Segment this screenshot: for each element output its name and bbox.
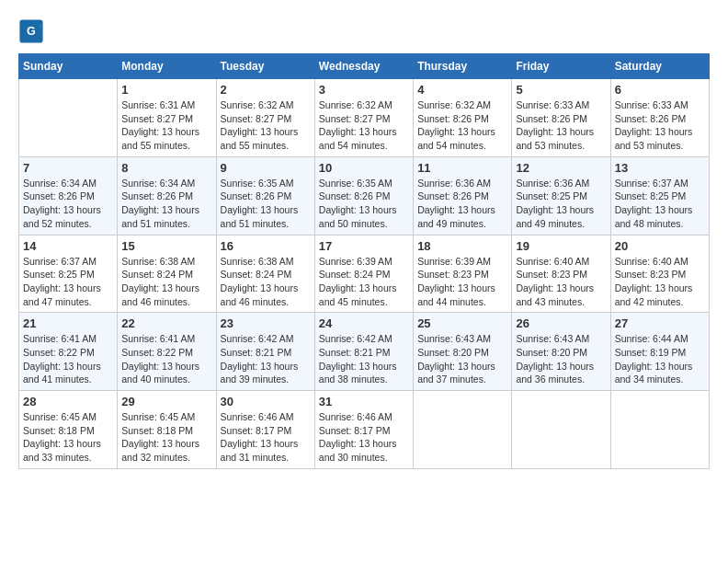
day-number: 7	[23, 161, 113, 175]
calendar-week-row: 14Sunrise: 6:37 AMSunset: 8:25 PMDayligh…	[19, 235, 710, 313]
day-header-sunday: Sunday	[19, 54, 118, 79]
calendar-body: 1Sunrise: 6:31 AMSunset: 8:27 PMDaylight…	[19, 79, 710, 469]
day-info: Sunrise: 6:46 AMSunset: 8:17 PMDaylight:…	[221, 410, 311, 465]
day-info: Sunrise: 6:39 AMSunset: 8:24 PMDaylight:…	[319, 255, 409, 309]
logo: G	[18, 18, 48, 44]
day-number: 19	[516, 239, 606, 253]
day-info: Sunrise: 6:43 AMSunset: 8:20 PMDaylight:…	[417, 332, 507, 386]
day-number: 18	[417, 239, 507, 253]
day-number: 5	[516, 83, 606, 97]
day-header-thursday: Thursday	[414, 54, 512, 79]
day-number: 14	[23, 239, 113, 253]
day-number: 29	[121, 395, 211, 408]
day-number: 28	[23, 395, 113, 408]
day-info: Sunrise: 6:32 AMSunset: 8:27 PMDaylight:…	[319, 98, 409, 153]
logo-icon: G	[18, 18, 44, 44]
calendar-cell: 1Sunrise: 6:31 AMSunset: 8:27 PMDaylight…	[118, 79, 216, 157]
day-info: Sunrise: 6:36 AMSunset: 8:25 PMDaylight:…	[516, 177, 606, 231]
calendar-cell: 7Sunrise: 6:34 AMSunset: 8:26 PMDaylight…	[19, 156, 118, 235]
day-info: Sunrise: 6:45 AMSunset: 8:18 PMDaylight:…	[23, 410, 113, 465]
calendar-cell: 24Sunrise: 6:42 AMSunset: 8:21 PMDayligh…	[314, 313, 413, 391]
calendar-cell: 26Sunrise: 6:43 AMSunset: 8:20 PMDayligh…	[512, 313, 610, 391]
calendar-week-row: 7Sunrise: 6:34 AMSunset: 8:26 PMDaylight…	[19, 156, 710, 235]
svg-text:G: G	[27, 25, 36, 38]
calendar-cell	[610, 391, 709, 469]
day-number: 13	[615, 161, 705, 175]
calendar-cell: 23Sunrise: 6:42 AMSunset: 8:21 PMDayligh…	[216, 313, 314, 391]
page-header: G	[18, 18, 710, 44]
day-info: Sunrise: 6:38 AMSunset: 8:24 PMDaylight:…	[221, 255, 311, 309]
day-number: 31	[319, 395, 409, 408]
calendar-cell: 19Sunrise: 6:40 AMSunset: 8:23 PMDayligh…	[512, 235, 610, 313]
calendar-cell: 12Sunrise: 6:36 AMSunset: 8:25 PMDayligh…	[512, 156, 610, 235]
calendar-cell: 20Sunrise: 6:40 AMSunset: 8:23 PMDayligh…	[610, 235, 709, 313]
calendar-cell: 28Sunrise: 6:45 AMSunset: 8:18 PMDayligh…	[19, 391, 118, 469]
day-number: 12	[516, 161, 606, 175]
calendar-week-row: 1Sunrise: 6:31 AMSunset: 8:27 PMDaylight…	[19, 79, 710, 157]
day-number: 8	[121, 161, 211, 175]
calendar-week-row: 28Sunrise: 6:45 AMSunset: 8:18 PMDayligh…	[19, 391, 710, 469]
day-info: Sunrise: 6:42 AMSunset: 8:21 PMDaylight:…	[221, 332, 311, 386]
day-header-tuesday: Tuesday	[216, 54, 314, 79]
day-info: Sunrise: 6:43 AMSunset: 8:20 PMDaylight:…	[516, 332, 606, 386]
day-header-wednesday: Wednesday	[314, 54, 413, 79]
calendar-cell: 15Sunrise: 6:38 AMSunset: 8:24 PMDayligh…	[118, 235, 216, 313]
calendar-cell: 2Sunrise: 6:32 AMSunset: 8:27 PMDaylight…	[216, 79, 314, 157]
calendar-cell: 3Sunrise: 6:32 AMSunset: 8:27 PMDaylight…	[314, 79, 413, 157]
calendar-cell	[19, 79, 118, 157]
day-number: 2	[221, 83, 311, 97]
day-number: 6	[615, 83, 705, 97]
day-number: 10	[319, 161, 409, 175]
calendar-cell: 5Sunrise: 6:33 AMSunset: 8:26 PMDaylight…	[512, 79, 610, 157]
calendar-cell: 30Sunrise: 6:46 AMSunset: 8:17 PMDayligh…	[216, 391, 314, 469]
day-info: Sunrise: 6:41 AMSunset: 8:22 PMDaylight:…	[23, 332, 113, 386]
day-info: Sunrise: 6:33 AMSunset: 8:26 PMDaylight:…	[615, 98, 705, 153]
day-header-monday: Monday	[118, 54, 216, 79]
day-number: 24	[319, 316, 409, 330]
calendar-cell: 16Sunrise: 6:38 AMSunset: 8:24 PMDayligh…	[216, 235, 314, 313]
day-info: Sunrise: 6:44 AMSunset: 8:19 PMDaylight:…	[615, 332, 705, 386]
day-info: Sunrise: 6:32 AMSunset: 8:26 PMDaylight:…	[417, 98, 507, 153]
day-number: 25	[417, 316, 507, 330]
day-info: Sunrise: 6:33 AMSunset: 8:26 PMDaylight:…	[516, 98, 606, 153]
day-header-saturday: Saturday	[610, 54, 709, 79]
day-number: 22	[121, 316, 211, 330]
day-number: 3	[319, 83, 409, 97]
day-number: 23	[221, 316, 311, 330]
calendar-table: SundayMondayTuesdayWednesdayThursdayFrid…	[18, 53, 710, 469]
day-info: Sunrise: 6:42 AMSunset: 8:21 PMDaylight:…	[319, 332, 409, 386]
day-info: Sunrise: 6:32 AMSunset: 8:27 PMDaylight:…	[221, 98, 311, 153]
calendar-cell	[512, 391, 610, 469]
calendar-cell: 17Sunrise: 6:39 AMSunset: 8:24 PMDayligh…	[314, 235, 413, 313]
day-number: 20	[615, 239, 705, 253]
calendar-cell: 13Sunrise: 6:37 AMSunset: 8:25 PMDayligh…	[610, 156, 709, 235]
day-number: 1	[121, 83, 211, 97]
calendar-cell: 4Sunrise: 6:32 AMSunset: 8:26 PMDaylight…	[414, 79, 512, 157]
day-info: Sunrise: 6:39 AMSunset: 8:23 PMDaylight:…	[417, 255, 507, 309]
day-number: 4	[417, 83, 507, 97]
day-info: Sunrise: 6:37 AMSunset: 8:25 PMDaylight:…	[23, 255, 113, 309]
day-number: 27	[615, 316, 705, 330]
day-info: Sunrise: 6:41 AMSunset: 8:22 PMDaylight:…	[121, 332, 211, 386]
day-number: 17	[319, 239, 409, 253]
day-number: 15	[121, 239, 211, 253]
calendar-cell: 18Sunrise: 6:39 AMSunset: 8:23 PMDayligh…	[414, 235, 512, 313]
day-info: Sunrise: 6:35 AMSunset: 8:26 PMDaylight:…	[221, 177, 311, 231]
calendar-header-row: SundayMondayTuesdayWednesdayThursdayFrid…	[19, 54, 710, 79]
day-info: Sunrise: 6:36 AMSunset: 8:26 PMDaylight:…	[417, 177, 507, 231]
day-info: Sunrise: 6:31 AMSunset: 8:27 PMDaylight:…	[121, 98, 211, 153]
day-number: 21	[23, 316, 113, 330]
day-info: Sunrise: 6:45 AMSunset: 8:18 PMDaylight:…	[121, 410, 211, 465]
calendar-cell: 9Sunrise: 6:35 AMSunset: 8:26 PMDaylight…	[216, 156, 314, 235]
day-number: 11	[417, 161, 507, 175]
day-info: Sunrise: 6:46 AMSunset: 8:17 PMDaylight:…	[319, 410, 409, 465]
calendar-cell: 27Sunrise: 6:44 AMSunset: 8:19 PMDayligh…	[610, 313, 709, 391]
day-header-friday: Friday	[512, 54, 610, 79]
calendar-cell: 6Sunrise: 6:33 AMSunset: 8:26 PMDaylight…	[610, 79, 709, 157]
day-number: 30	[221, 395, 311, 408]
calendar-cell: 31Sunrise: 6:46 AMSunset: 8:17 PMDayligh…	[314, 391, 413, 469]
calendar-cell: 21Sunrise: 6:41 AMSunset: 8:22 PMDayligh…	[19, 313, 118, 391]
calendar-cell: 11Sunrise: 6:36 AMSunset: 8:26 PMDayligh…	[414, 156, 512, 235]
calendar-cell: 29Sunrise: 6:45 AMSunset: 8:18 PMDayligh…	[118, 391, 216, 469]
day-number: 9	[221, 161, 311, 175]
